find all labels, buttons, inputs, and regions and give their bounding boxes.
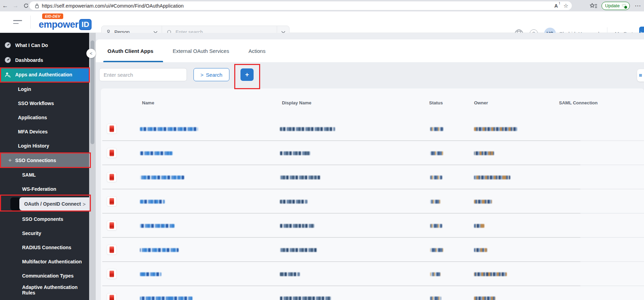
table-row[interactable] bbox=[101, 189, 644, 214]
table-row[interactable] bbox=[101, 214, 644, 238]
table-row[interactable] bbox=[101, 141, 644, 165]
cell-status-redacted bbox=[430, 151, 443, 155]
env-badge: EID-DEV bbox=[42, 13, 63, 19]
expand-plus-icon[interactable]: + bbox=[8, 157, 12, 164]
column-header-saml-connection[interactable]: SAML Connection bbox=[559, 100, 598, 105]
sidebar-item-ws-federation[interactable]: WS-Federation bbox=[0, 182, 89, 196]
hamburger-menu-icon[interactable] bbox=[13, 20, 22, 26]
cell-display-name-redacted bbox=[280, 272, 300, 276]
chevron-right-icon: > bbox=[83, 201, 86, 207]
favorite-star-icon[interactable]: ☆ bbox=[564, 2, 568, 9]
browser-back-icon[interactable]: ← bbox=[0, 2, 10, 9]
tab-bar: OAuth Client Apps External OAuth Service… bbox=[96, 39, 644, 62]
cell-owner-redacted bbox=[474, 200, 492, 204]
sidebar-collapse-button[interactable]: < bbox=[86, 49, 96, 58]
sidebar-item-label: WS-Federation bbox=[22, 186, 56, 192]
search-chevron-icon: > bbox=[200, 72, 203, 78]
table-row[interactable] bbox=[101, 238, 644, 262]
sidebar-item-security[interactable]: Security bbox=[0, 226, 89, 240]
cell-name-redacted[interactable] bbox=[140, 200, 165, 204]
tab-actions[interactable]: Actions bbox=[246, 39, 267, 62]
grid-settings-button-partial[interactable] bbox=[637, 69, 644, 82]
cell-display-name-redacted bbox=[280, 224, 314, 228]
app-logo-icon bbox=[107, 124, 117, 134]
column-header-owner[interactable]: Owner bbox=[474, 100, 488, 105]
sidebar-item-label: Dashboards bbox=[15, 57, 43, 63]
brand-logo[interactable]: EID-DEV empower ID bbox=[39, 13, 92, 30]
browser-menu-icon[interactable]: ⋯ bbox=[635, 2, 641, 10]
cell-name-redacted[interactable] bbox=[140, 151, 173, 155]
browser-update-button[interactable]: Update ♡ bbox=[602, 2, 630, 10]
cell-name-redacted[interactable] bbox=[140, 127, 198, 131]
favorites-list-icon[interactable] bbox=[590, 3, 597, 9]
main-content: OAuth Client Apps External OAuth Service… bbox=[96, 33, 644, 300]
sidebar-item-dashboards[interactable]: Dashboards bbox=[0, 53, 89, 67]
content-scrollbar[interactable] bbox=[89, 33, 96, 300]
sidebar-item-label: Multifactor Authentication bbox=[22, 259, 82, 264]
sidebar-item-label: SSO Connections bbox=[15, 158, 56, 163]
app-logo-icon bbox=[107, 196, 117, 206]
sidebar-item-login[interactable]: Login bbox=[0, 82, 89, 96]
cell-owner-redacted bbox=[474, 224, 484, 228]
sidebar-item-sso-workflows[interactable]: SSO Workflows bbox=[0, 96, 89, 110]
cell-owner-redacted bbox=[474, 272, 507, 276]
cell-name-redacted[interactable] bbox=[140, 297, 192, 300]
browser-forward-icon[interactable]: → bbox=[10, 2, 21, 9]
address-bar[interactable]: https://self.empoweriam.com/ui/#Common/F… bbox=[29, 1, 572, 10]
add-oauth-app-button[interactable]: + bbox=[240, 68, 254, 81]
sidebar-item-label: RADIUS Connections bbox=[22, 245, 71, 250]
sidebar-item-adaptive-authentication-rules[interactable]: Adaptive Authentication Rules bbox=[0, 283, 89, 297]
search-input[interactable] bbox=[99, 68, 187, 81]
table-row[interactable] bbox=[101, 165, 644, 189]
oauth-apps-table: Name Display Name Status Owner SAML Conn… bbox=[101, 88, 644, 300]
sidebar-item-label: MFA Devices bbox=[18, 129, 48, 134]
search-button[interactable]: > Search bbox=[193, 68, 229, 81]
cell-display-name-redacted bbox=[280, 151, 310, 155]
sidebar-item-applications[interactable]: Applications bbox=[0, 110, 89, 124]
table-row[interactable] bbox=[101, 286, 644, 300]
column-header-display-name[interactable]: Display Name bbox=[282, 100, 311, 105]
tab-oauth-client-apps[interactable]: OAuth Client Apps bbox=[105, 39, 155, 62]
sidebar: What I Can Do Dashboards Apps and Authen… bbox=[0, 33, 89, 300]
sidebar-item-login-history[interactable]: Login History bbox=[0, 139, 89, 153]
app-logo-icon bbox=[107, 172, 117, 182]
sidebar-item-oauth-openid-connect[interactable]: OAuth / OpenID Connect > bbox=[0, 196, 89, 212]
app-logo-icon bbox=[107, 245, 117, 255]
cell-status-redacted bbox=[430, 248, 443, 252]
gauge-icon bbox=[4, 42, 11, 48]
cell-status-redacted bbox=[430, 272, 441, 276]
lock-icon bbox=[35, 3, 39, 8]
cell-name-redacted[interactable] bbox=[140, 272, 161, 276]
browser-health-icon: ♡ bbox=[622, 3, 626, 8]
brand-word: empower bbox=[39, 19, 78, 30]
cell-status-redacted bbox=[430, 176, 442, 179]
sidebar-item-apps-and-authentication[interactable]: Apps and Authentication bbox=[0, 67, 89, 82]
sidebar-item-multifactor-authentication[interactable]: Multifactor Authentication bbox=[0, 254, 89, 269]
read-aloud-icon[interactable]: A˥ bbox=[555, 3, 558, 9]
table-body bbox=[101, 117, 644, 300]
cell-display-name-redacted bbox=[280, 200, 307, 204]
column-header-name[interactable]: Name bbox=[142, 100, 154, 105]
header-divider bbox=[30, 16, 31, 29]
sidebar-item-sso-components[interactable]: SSO Components bbox=[0, 212, 89, 226]
cell-name-redacted[interactable] bbox=[140, 248, 179, 252]
sidebar-item-mfa-devices[interactable]: MFA Devices bbox=[0, 124, 89, 139]
sidebar-item-label: Communication Types bbox=[22, 273, 74, 279]
table-row[interactable] bbox=[101, 262, 644, 286]
sidebar-item-saml[interactable]: SAML bbox=[0, 168, 89, 182]
sidebar-item-label: SSO Components bbox=[22, 216, 63, 222]
cell-name-redacted[interactable] bbox=[140, 224, 174, 228]
url-text[interactable]: https://self.empoweriam.com/ui/#Common/F… bbox=[42, 3, 184, 9]
tab-external-oauth-services[interactable]: External OAuth Services bbox=[171, 39, 231, 62]
sidebar-item-radius-connections[interactable]: RADIUS Connections bbox=[0, 240, 89, 254]
cell-status-redacted bbox=[430, 127, 443, 131]
column-header-status[interactable]: Status bbox=[429, 100, 443, 105]
app-logo-icon bbox=[107, 293, 117, 300]
gauge-icon bbox=[4, 57, 11, 63]
sidebar-item-communication-types[interactable]: Communication Types bbox=[0, 269, 89, 283]
grid-icon bbox=[639, 74, 642, 77]
cell-name-redacted[interactable] bbox=[140, 176, 184, 179]
sidebar-item-sso-connections[interactable]: + SSO Connections bbox=[0, 153, 89, 168]
sidebar-item-what-i-can-do[interactable]: What I Can Do bbox=[0, 38, 89, 53]
table-row[interactable] bbox=[101, 117, 644, 141]
